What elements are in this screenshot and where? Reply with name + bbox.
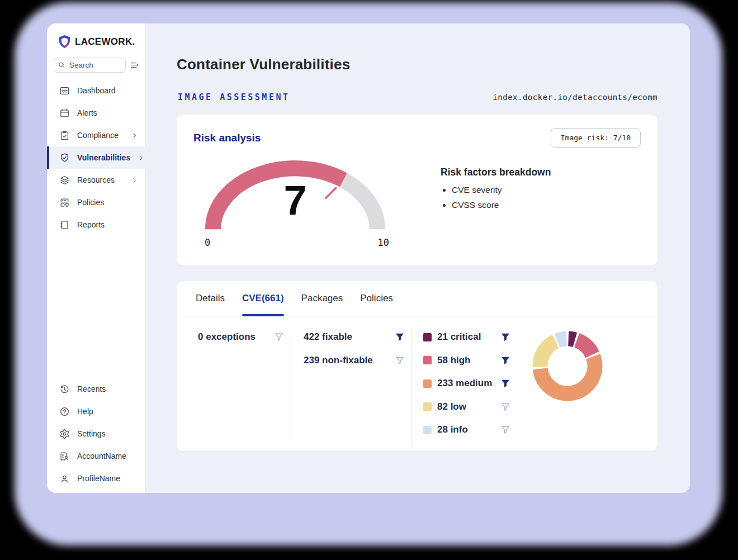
cve-stats: 0 exceptions 422 fixable 239 non-fixable [177,316,657,461]
sidebar-item-label: Dashboard [77,86,116,95]
compliance-icon [59,130,70,141]
sidebar-item-dashboard[interactable]: Dashboard [47,79,145,102]
brand-name: LACEWORK. [75,36,135,48]
tab-cve[interactable]: CVE(661) [242,281,284,316]
sidebar-item-label: Vulnerabilities [77,153,130,162]
sidebar-item-help[interactable]: Help [47,400,145,423]
info-swatch [423,426,432,434]
filter-icon[interactable] [502,403,509,411]
sidebar-item-resources[interactable]: Resources [47,169,145,191]
section-label: IMAGE ASSESSMENT [178,92,290,102]
reports-icon [59,220,70,230]
sidebar-item-label: Help [77,407,93,416]
severity-donut [532,331,603,401]
account-building-icon [59,451,70,462]
non-fixable-stat: 239 non-fixable [304,354,411,367]
tabs: Details CVE(661) Packages Policies [177,281,657,316]
filter-icon[interactable] [502,357,509,364]
app-window: LACEWORK. Dashboa [47,23,690,493]
dashboard-icon [59,86,70,96]
exceptions-stat: 0 exceptions [198,331,291,343]
risk-analysis-card: Risk analysis Image risk: 7/10 7 0 10 Ri… [177,115,657,265]
sidebar-item-account[interactable]: AccountName [47,445,145,467]
shield-check-icon [59,153,70,163]
sidebar-item-label: ProfileName [77,474,120,483]
gauge-min-label: 0 [205,237,210,248]
main-content: Container Vulnerabilities IMAGE ASSESSME… [145,23,690,493]
sidebar-item-profile[interactable]: ProfileName [47,467,145,490]
alerts-icon [59,108,70,118]
chevron-right-icon [138,154,145,162]
lacework-shield-icon [58,35,71,49]
risk-score-value: 7 [283,180,306,221]
sidebar-item-label: Compliance [77,131,119,140]
filter-icon[interactable] [275,333,283,341]
high-label: 58 high [437,355,471,366]
filter-icon[interactable] [502,379,509,387]
sidebar-item-label: Alerts [77,108,97,117]
sidebar-collapse-button[interactable] [130,60,139,70]
tab-policies[interactable]: Policies [360,281,393,316]
sidebar: LACEWORK. Dashboa [47,23,145,493]
chevron-right-icon [131,177,138,184]
risk-factor-item: CVSS score [452,200,551,210]
risk-gauge-chart: 7 0 10 [200,153,390,248]
critical-label: 21 critical [437,331,481,343]
filter-icon[interactable] [396,333,404,341]
sidebar-item-reports[interactable]: Reports [47,213,145,236]
critical-swatch [423,333,432,341]
exceptions-label: 0 exceptions [198,331,256,343]
sidebar-item-label: Reports [77,220,105,229]
gear-icon [59,429,70,439]
tab-details[interactable]: Details [196,281,225,316]
severity-row-info: 28 info [423,424,512,436]
high-swatch [423,356,432,364]
image-risk-badge: Image risk: 7/10 [551,128,641,148]
layers-icon [59,175,70,186]
severity-row-critical: 21 critical [423,331,512,343]
sidebar-footer: Recents Help Settings [47,378,145,493]
sidebar-item-compliance[interactable]: Compliance [47,124,145,146]
sidebar-nav: Dashboard Alerts Compliance [47,79,145,236]
filter-icon[interactable] [502,333,509,341]
sidebar-item-label: Resources [77,175,115,184]
sidebar-item-recents[interactable]: Recents [47,378,145,400]
severity-row-high: 58 high [423,354,512,367]
severity-donut-chart [532,331,603,401]
low-swatch [423,402,432,411]
risk-factors-breakdown: Risk factors breakdown CVE severity CVSS… [441,167,551,248]
filter-icon[interactable] [396,357,404,364]
search-row [54,58,139,73]
sidebar-item-label: AccountName [77,452,126,461]
sidebar-item-label: Settings [77,429,106,438]
fixable-stat: 422 fixable [304,331,411,343]
gauge-max-label: 10 [378,237,389,248]
sidebar-item-settings[interactable]: Settings [47,423,145,445]
non-fixable-label: 239 non-fixable [304,355,373,366]
risk-factors-title: Risk factors breakdown [441,167,551,178]
collapse-sidebar-icon [130,60,139,70]
sidebar-item-vulnerabilities[interactable]: Vulnerabilities [47,146,145,169]
lacework-logo: LACEWORK. [47,23,145,55]
fixable-label: 422 fixable [304,331,352,343]
sidebar-item-policies[interactable]: Policies [47,191,145,213]
page-title: Container Vulnerabilities [177,56,657,73]
policies-icon [59,197,70,208]
help-icon [59,406,70,417]
medium-swatch [423,379,432,388]
severity-row-low: 82 low [423,401,512,413]
sidebar-item-label: Recents [77,385,106,393]
medium-label: 233 medium [437,378,492,389]
tab-packages[interactable]: Packages [301,281,343,316]
sidebar-item-alerts[interactable]: Alerts [47,102,145,124]
person-icon [59,473,70,484]
filter-icon[interactable] [502,426,509,434]
info-label: 28 info [437,424,468,435]
low-label: 82 low [437,401,466,412]
sidebar-item-label: Policies [77,198,104,207]
search-icon [58,61,66,69]
risk-factor-item: CVE severity [452,185,551,195]
history-icon [59,384,70,395]
risk-card-title: Risk analysis [193,132,261,144]
chevron-right-icon [131,132,138,139]
